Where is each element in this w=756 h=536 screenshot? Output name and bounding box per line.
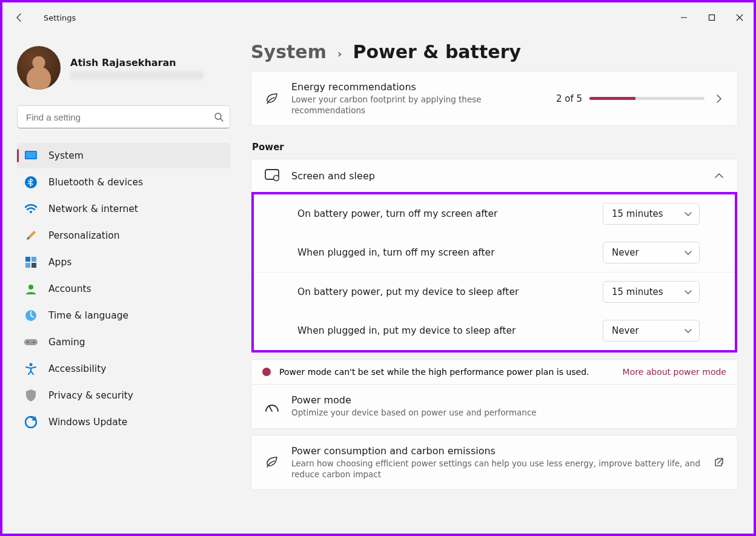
- svg-rect-9: [31, 263, 36, 268]
- sidebar-item-privacy[interactable]: Privacy & security: [17, 383, 230, 408]
- sidebar-item-label: System: [48, 150, 84, 161]
- gauge-icon: [264, 400, 280, 412]
- power-mode-card[interactable]: Power mode Optimize your device based on…: [251, 385, 738, 428]
- sidebar-item-network[interactable]: Network & internet: [17, 196, 230, 222]
- maximize-button[interactable]: [698, 8, 726, 27]
- dropdown-value: Never: [612, 247, 639, 258]
- sidebar-item-windows-update[interactable]: Windows Update: [17, 409, 230, 435]
- wifi-icon: [24, 202, 38, 216]
- screen-and-sleep-header[interactable]: Screen and sleep: [251, 159, 737, 192]
- dropdown-plugged-screen[interactable]: Never: [603, 242, 700, 263]
- svg-point-13: [27, 342, 29, 343]
- energy-recommendations-card[interactable]: Energy recommendations Lower your carbon…: [251, 71, 738, 126]
- titlebar: Settings: [2, 2, 754, 33]
- search-icon: [214, 112, 224, 122]
- screen-sleep-title: Screen and sleep: [291, 170, 702, 182]
- svg-point-10: [28, 285, 33, 290]
- svg-rect-8: [25, 263, 30, 268]
- setting-label: On battery power, put my device to sleep…: [297, 286, 591, 297]
- setting-label: On battery power, turn off my screen aft…: [297, 208, 591, 219]
- svg-point-1: [215, 113, 221, 119]
- profile-block[interactable]: Atish Rajasekharan: [17, 46, 230, 90]
- more-about-power-mode-link[interactable]: More about power mode: [623, 367, 726, 377]
- sidebar-item-apps[interactable]: Apps: [17, 250, 230, 275]
- gamepad-icon: [24, 336, 38, 349]
- sidebar-item-system[interactable]: System: [17, 143, 230, 168]
- dropdown-battery-sleep[interactable]: 15 minutes: [603, 281, 700, 303]
- shield-icon: [24, 389, 38, 402]
- banner-text: Power mode can't be set while the high p…: [279, 367, 589, 377]
- sidebar-item-accessibility[interactable]: Accessibility: [17, 356, 230, 382]
- carbon-title: Power consumption and carbon emissions: [291, 445, 702, 457]
- leaf-icon: [264, 455, 280, 469]
- power-mode-banner: Power mode can't be set while the high p…: [251, 359, 738, 385]
- sidebar-item-time-language[interactable]: Time & language: [17, 303, 230, 328]
- chevron-down-icon: [685, 210, 692, 217]
- close-button[interactable]: [726, 8, 754, 27]
- accessibility-icon: [24, 362, 38, 376]
- svg-point-15: [30, 363, 33, 366]
- dropdown-value: 15 minutes: [612, 208, 663, 219]
- page-title: Power & battery: [353, 41, 521, 62]
- sidebar: Atish Rajasekharan System Bluetooth & de…: [2, 33, 240, 534]
- chevron-down-icon: [685, 288, 692, 296]
- chevron-right-icon: [713, 93, 725, 105]
- sidebar-item-label: Accounts: [48, 283, 91, 294]
- sidebar-item-label: Gaming: [48, 337, 85, 348]
- energy-title: Energy recommendations: [291, 81, 545, 93]
- sidebar-item-gaming[interactable]: Gaming: [17, 329, 230, 355]
- setting-label: When plugged in, turn off my screen afte…: [297, 247, 591, 258]
- power-mode-subtitle: Optimize your device based on power use …: [291, 407, 725, 418]
- minimize-button[interactable]: [670, 8, 698, 27]
- section-power-label: Power: [252, 142, 738, 153]
- dropdown-value: 15 minutes: [612, 286, 663, 297]
- setting-battery-screen: On battery power, turn off my screen aft…: [254, 194, 735, 233]
- apps-icon: [24, 256, 38, 269]
- sidebar-item-personalization[interactable]: Personalization: [17, 223, 230, 248]
- chevron-right-icon: ›: [337, 47, 342, 60]
- person-icon: [24, 282, 38, 296]
- screen-and-sleep-card: Screen and sleep On battery power, turn …: [251, 159, 738, 353]
- sidebar-item-label: Personalization: [48, 230, 120, 241]
- back-button[interactable]: [7, 7, 31, 28]
- carbon-subtitle: Learn how choosing efficient power setti…: [291, 458, 702, 480]
- system-icon: [24, 149, 38, 162]
- dropdown-value: Never: [612, 325, 639, 336]
- sidebar-item-accounts[interactable]: Accounts: [17, 276, 230, 302]
- setting-plugged-screen: When plugged in, turn off my screen afte…: [254, 233, 735, 272]
- sidebar-item-label: Network & internet: [48, 203, 138, 214]
- energy-subtitle: Lower your carbon footprint by applying …: [291, 94, 545, 116]
- sidebar-item-bluetooth[interactable]: Bluetooth & devices: [17, 170, 230, 195]
- dropdown-battery-screen[interactable]: 15 minutes: [603, 203, 700, 225]
- info-icon: [262, 368, 271, 376]
- sidebar-item-label: Accessibility: [48, 363, 106, 374]
- screen-icon: [264, 169, 280, 182]
- svg-rect-12: [24, 339, 38, 345]
- power-mode-title: Power mode: [291, 394, 725, 406]
- setting-plugged-sleep: When plugged in, put my device to sleep …: [254, 311, 735, 350]
- svg-rect-6: [25, 257, 30, 262]
- profile-email: [70, 71, 204, 79]
- update-icon: [24, 415, 38, 429]
- avatar: [17, 46, 61, 90]
- svg-point-5: [30, 211, 32, 213]
- search-box[interactable]: [17, 105, 230, 128]
- sidebar-item-label: Bluetooth & devices: [48, 177, 143, 188]
- carbon-card[interactable]: Power consumption and carbon emissions L…: [251, 435, 738, 490]
- window-title: Settings: [44, 13, 76, 22]
- chevron-down-icon: [685, 327, 692, 334]
- energy-progress: 2 of 5: [556, 93, 705, 104]
- chevron-down-icon: [685, 249, 692, 256]
- sidebar-item-label: Windows Update: [48, 417, 127, 428]
- profile-name: Atish Rajasekharan: [70, 57, 204, 68]
- dropdown-plugged-sleep[interactable]: Never: [603, 320, 700, 342]
- sidebar-item-label: Apps: [48, 257, 71, 268]
- svg-rect-3: [26, 152, 36, 159]
- sidebar-item-label: Privacy & security: [48, 390, 133, 401]
- breadcrumb: System › Power & battery: [251, 41, 738, 62]
- breadcrumb-parent[interactable]: System: [251, 41, 327, 62]
- svg-rect-0: [709, 15, 715, 21]
- clock-globe-icon: [24, 309, 38, 322]
- search-input[interactable]: [26, 112, 214, 122]
- chevron-up-icon: [713, 170, 725, 182]
